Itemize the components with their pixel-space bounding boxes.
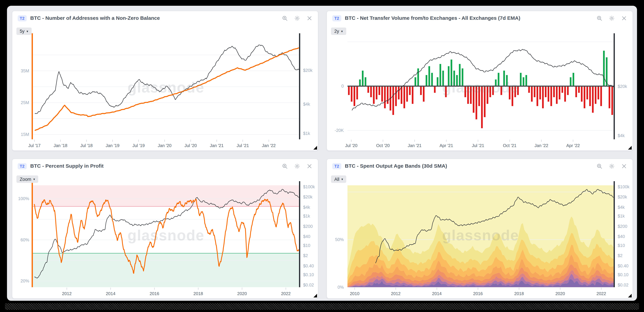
chevron-down-icon: ▾ <box>341 30 343 33</box>
panel-header: T2 BTC - Spent Output Age Bands (30d SMA… <box>327 159 632 173</box>
svg-text:Jul '18: Jul '18 <box>80 143 93 148</box>
panel-title: BTC - Percent Supply in Profit <box>30 163 104 169</box>
svg-text:2018: 2018 <box>194 291 203 296</box>
svg-text:Apr '22: Apr '22 <box>566 143 580 148</box>
svg-text:0: 0 <box>342 84 344 88</box>
svg-text:$0.10: $0.10 <box>618 272 628 277</box>
range-selector[interactable]: 2y▾ <box>331 28 346 35</box>
svg-text:2010: 2010 <box>350 291 360 296</box>
svg-text:100%: 100% <box>18 196 29 201</box>
chart-area: 5y▾ glassnode Jul '17Jan '18Jul '18Jan '… <box>12 25 318 150</box>
svg-text:$40: $40 <box>618 234 625 239</box>
svg-text:$0.02: $0.02 <box>303 282 314 287</box>
svg-text:-20K: -20K <box>335 128 344 133</box>
svg-text:$2: $2 <box>618 253 622 258</box>
svg-text:2012: 2012 <box>62 291 72 296</box>
svg-text:Jul '21: Jul '21 <box>472 143 484 148</box>
svg-text:$2: $2 <box>303 253 308 258</box>
svg-text:$4k: $4k <box>303 102 310 107</box>
panel-title: BTC - Net Transfer Volume from/to Exchan… <box>345 15 520 21</box>
svg-text:Jul '20: Jul '20 <box>345 143 358 148</box>
svg-text:2022: 2022 <box>281 291 291 296</box>
chart-panel-addresses: T2 BTC - Number of Addresses with a Non-… <box>12 11 318 151</box>
svg-text:Jul '17: Jul '17 <box>28 143 40 148</box>
svg-text:Jan '22: Jan '22 <box>262 143 276 148</box>
range-selector[interactable]: Zoom▾ <box>16 175 38 183</box>
svg-text:60%: 60% <box>20 237 29 242</box>
svg-text:2022: 2022 <box>596 291 606 296</box>
svg-text:Jan '21: Jan '21 <box>210 143 224 148</box>
svg-text:Jan '21: Jan '21 <box>408 143 422 148</box>
svg-text:Jul '21: Jul '21 <box>236 143 249 148</box>
svg-text:Apr '21: Apr '21 <box>440 143 453 148</box>
panel-header: T2 BTC - Number of Addresses with a Non-… <box>12 11 318 25</box>
svg-text:$20k: $20k <box>618 195 627 199</box>
svg-text:20%: 20% <box>20 278 29 283</box>
zoom-in-icon[interactable] <box>282 163 288 169</box>
chevron-down-icon: ▾ <box>26 30 28 33</box>
svg-text:$1k: $1k <box>303 131 310 136</box>
chart-canvas[interactable]: Jul '20Oct '20Jan '21Apr '21Jul '21Oct '… <box>327 25 632 150</box>
close-icon[interactable] <box>621 15 627 21</box>
panel-actions <box>282 15 312 21</box>
svg-text:$1k: $1k <box>303 214 310 218</box>
chart-canvas[interactable]: 201020122014201620182020202250%0%$100k$2… <box>327 173 632 298</box>
svg-text:25M: 25M <box>21 100 29 105</box>
svg-text:Jan '20: Jan '20 <box>158 143 172 148</box>
panel-title: BTC - Number of Addresses with a Non-Zer… <box>30 15 160 21</box>
zoom-in-icon[interactable] <box>282 15 288 21</box>
svg-text:$4k: $4k <box>303 205 310 210</box>
resize-handle[interactable] <box>628 294 632 297</box>
range-selector[interactable]: 5y▾ <box>16 28 32 35</box>
zoom-in-icon[interactable] <box>596 163 602 169</box>
svg-text:$200: $200 <box>618 224 627 229</box>
svg-text:$4k: $4k <box>618 205 624 210</box>
resize-handle[interactable] <box>628 146 632 150</box>
svg-text:2016: 2016 <box>473 291 483 296</box>
settings-icon[interactable] <box>294 15 300 21</box>
tier-badge: T2 <box>332 15 341 21</box>
chart-panel-age-bands: T2 BTC - Spent Output Age Bands (30d SMA… <box>326 159 633 299</box>
svg-text:$0.40: $0.40 <box>618 263 628 268</box>
settings-icon[interactable] <box>609 15 615 21</box>
range-selector[interactable]: All▾ <box>331 175 346 183</box>
svg-text:Jan '22: Jan '22 <box>534 143 548 148</box>
svg-text:$0.10: $0.10 <box>303 272 314 277</box>
svg-text:$100k: $100k <box>303 184 315 189</box>
panel-actions <box>596 163 627 169</box>
svg-text:$200: $200 <box>303 224 313 229</box>
svg-text:$20k: $20k <box>618 84 627 89</box>
svg-text:$10: $10 <box>303 243 310 248</box>
panel-actions <box>596 15 627 21</box>
chart-canvas[interactable]: 201220142016201820202022100%60%20%$100k$… <box>12 173 318 298</box>
chart-panel-supply-in-profit: T2 BTC - Percent Supply in Profit Zoom▾ … <box>12 159 318 299</box>
tier-badge: T2 <box>18 163 27 169</box>
panel-header: T2 BTC - Percent Supply in Profit <box>12 159 318 173</box>
close-icon[interactable] <box>306 15 312 21</box>
chart-area: All▾ glassnode 2010201220142016201820202… <box>327 173 632 298</box>
svg-text:2020: 2020 <box>237 291 247 296</box>
svg-text:$4k: $4k <box>618 133 624 138</box>
svg-text:$20k: $20k <box>303 68 312 73</box>
svg-text:Jan '18: Jan '18 <box>54 143 67 148</box>
app-window: T2 BTC - Number of Addresses with a Non-… <box>0 0 644 312</box>
svg-text:Jul '20: Jul '20 <box>184 143 197 148</box>
dashboard: T2 BTC - Number of Addresses with a Non-… <box>7 6 637 301</box>
window-bottom-texture <box>5 303 639 310</box>
svg-text:Oct '20: Oct '20 <box>376 143 390 148</box>
svg-text:$20k: $20k <box>303 195 312 199</box>
settings-icon[interactable] <box>294 163 300 169</box>
svg-text:$0.40: $0.40 <box>303 263 314 268</box>
svg-text:$40: $40 <box>303 234 310 239</box>
svg-text:$10: $10 <box>618 243 625 248</box>
svg-text:Jul '19: Jul '19 <box>132 143 145 148</box>
close-icon[interactable] <box>621 163 627 169</box>
close-icon[interactable] <box>306 163 312 169</box>
chart-canvas[interactable]: Jul '17Jan '18Jul '18Jan '19Jul '19Jan '… <box>12 25 318 150</box>
settings-icon[interactable] <box>609 163 615 169</box>
zoom-in-icon[interactable] <box>596 15 602 21</box>
resize-handle[interactable] <box>314 294 317 297</box>
tier-badge: T2 <box>18 15 27 21</box>
chart-panel-net-transfer: T2 BTC - Net Transfer Volume from/to Exc… <box>326 11 633 151</box>
resize-handle[interactable] <box>314 146 317 150</box>
